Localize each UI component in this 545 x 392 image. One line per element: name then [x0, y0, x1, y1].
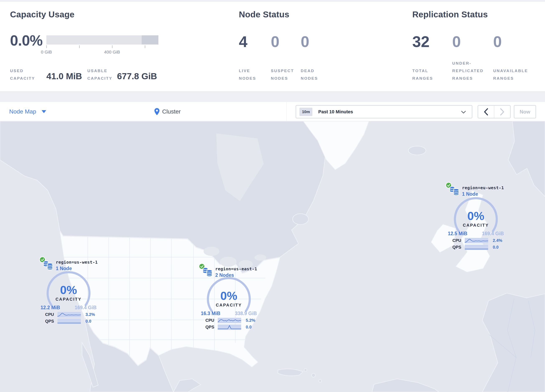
- usable-capacity-label-line2: CAPACITY: [87, 76, 112, 81]
- cpu-label: CPU: [205, 318, 214, 323]
- time-range-arrows: [478, 105, 511, 118]
- gauge-percent: 0%: [39, 283, 98, 297]
- qps-meter-row: QPS 0.0: [446, 245, 505, 250]
- chevron-left-icon: [484, 108, 488, 115]
- qps-meter-row: QPS 0.0: [39, 319, 98, 324]
- map-toolbar: Node Map Cluster 10m Past 10 Minutes Now: [0, 102, 545, 121]
- cpu-sparkline: [57, 312, 81, 317]
- dead-nodes-label: DEAD NODES: [301, 67, 318, 82]
- axis-tick: [145, 45, 145, 48]
- time-window-badge: 10m: [299, 108, 312, 116]
- capacity-arc: [449, 192, 503, 253]
- now-button[interactable]: Now: [514, 105, 536, 118]
- qps-meter-row: QPS 0.0: [199, 324, 258, 330]
- dead-nodes-count: 0: [301, 33, 309, 50]
- region-name: region=us-west-1: [56, 260, 98, 265]
- capacity-usage-title: Capacity Usage: [10, 10, 74, 19]
- region-name: region=us-east-1: [215, 266, 257, 271]
- capacity-usage-percent: 0.0%: [10, 32, 43, 49]
- label-line: REPLICATED: [452, 68, 483, 73]
- cpu-value: 2.4%: [493, 238, 502, 243]
- time-range-dropdown[interactable]: 10m Past 10 Minutes: [296, 105, 472, 118]
- time-window-label: Past 10 Minutes: [318, 109, 353, 115]
- axis-tick: [112, 45, 112, 48]
- time-forward-button[interactable]: [494, 106, 510, 118]
- region-name: region=eu-west-1: [462, 185, 504, 190]
- label-line: DEAD: [301, 68, 315, 73]
- qps-value: 0.0: [86, 319, 91, 324]
- label-line: TOTAL: [412, 68, 428, 73]
- used-capacity-value: 41.0 MiB: [46, 71, 82, 81]
- gauge-capacity-label: CAPACITY: [199, 303, 258, 308]
- qps-value: 0.0: [493, 245, 499, 250]
- live-nodes-count: 4: [239, 33, 248, 50]
- caret-down-icon: [42, 110, 46, 113]
- cluster-summary-panel: Capacity Usage 0.0% 0 GiB 400 GiB USED C…: [0, 1, 545, 92]
- usable-capacity-label: USABLE CAPACITY: [87, 67, 112, 82]
- gauge-used-value: 12.5 MiB: [448, 231, 467, 236]
- region-gauge-eu-west-1[interactable]: 0% CAPACITY 12.5 MiB 169.4 GiB CPU 2.4% …: [446, 192, 505, 255]
- cpu-sparkline: [465, 238, 488, 243]
- gauge-total-value: 338.9 GiB: [235, 311, 257, 316]
- gauge-used-value: 16.3 MiB: [201, 311, 220, 316]
- node-status-title: Node Status: [239, 10, 289, 19]
- label-line: RANGES: [452, 76, 473, 81]
- used-capacity-label: USED CAPACITY: [10, 67, 35, 82]
- gauge-total-value: 169.4 GiB: [482, 231, 504, 236]
- unavailable-ranges-label: UNAVAILABLE RANGES: [493, 67, 528, 82]
- capacity-usage-bar: [46, 35, 158, 44]
- qps-label: QPS: [205, 325, 214, 330]
- region-gauge-us-west-1[interactable]: 0% CAPACITY 12.2 MiB 169.4 GiB CPU 3.2% …: [39, 266, 98, 329]
- cpu-meter-row: CPU 3.2%: [39, 312, 98, 317]
- label-line: RANGES: [412, 76, 433, 81]
- used-capacity-label-line2: CAPACITY: [10, 76, 35, 81]
- gauge-values: 12.5 MiB 169.4 GiB: [446, 231, 505, 236]
- gauge-used-value: 12.2 MiB: [41, 305, 60, 311]
- qps-sparkline: [57, 319, 81, 324]
- axis-tick: [79, 45, 80, 48]
- capacity-usage-axis: 0 GiB 400 GiB: [46, 45, 158, 58]
- location-pin-icon: [154, 108, 160, 115]
- node-map[interactable]: region=us-west-1 1 Node 0% CAPACITY 12.2…: [0, 121, 545, 392]
- gauge-values: 12.2 MiB 169.4 GiB: [39, 305, 98, 311]
- time-back-button[interactable]: [478, 106, 494, 118]
- cpu-label: CPU: [452, 238, 461, 243]
- region-gauge-us-east-1[interactable]: 0% CAPACITY 16.3 MiB 338.9 GiB CPU 5.2% …: [199, 272, 258, 335]
- gauge-percent: 0%: [446, 209, 505, 223]
- view-selector-label: Node Map: [9, 108, 36, 115]
- toolbar-divider: [286, 102, 286, 121]
- axis-tick-label: 0 GiB: [41, 50, 52, 55]
- gauge-percent: 0%: [199, 289, 258, 303]
- label-line: UNDER-: [452, 61, 471, 65]
- suspect-nodes-count: 0: [271, 33, 279, 50]
- chevron-right-icon: [500, 108, 504, 115]
- label-line: NODES: [271, 76, 288, 81]
- under-replicated-count: 0: [452, 33, 461, 50]
- gauge-total-value: 169.4 GiB: [74, 305, 97, 311]
- cpu-meter-row: CPU 2.4%: [446, 238, 505, 243]
- gauge-capacity-label: CAPACITY: [446, 223, 505, 228]
- label-line: UNAVAILABLE: [493, 68, 528, 73]
- usable-capacity-value: 677.8 GiB: [117, 71, 157, 81]
- total-ranges-count: 32: [412, 33, 429, 50]
- label-line: RANGES: [493, 76, 514, 81]
- cpu-meter-row: CPU 5.2%: [199, 318, 258, 323]
- chevron-down-icon: [461, 111, 466, 114]
- capacity-arc: [41, 266, 96, 327]
- cpu-sparkline: [218, 318, 241, 323]
- cpu-label: CPU: [45, 312, 54, 317]
- suspect-nodes-label: SUSPECT NODES: [271, 67, 294, 82]
- capacity-arc: [202, 272, 256, 333]
- usable-capacity-label-line1: USABLE: [87, 68, 107, 73]
- breadcrumb[interactable]: Cluster: [154, 102, 181, 121]
- under-replicated-ranges-label: UNDER- REPLICATED RANGES: [452, 60, 483, 82]
- axis-tick-label: 400 GiB: [104, 50, 120, 55]
- replication-status-title: Replication Status: [412, 10, 488, 19]
- label-line: NODES: [301, 76, 318, 81]
- unavailable-ranges-count: 0: [493, 33, 502, 50]
- capacity-usage-bar-reserved: [142, 35, 158, 44]
- cpu-value: 3.2%: [86, 312, 95, 317]
- label-line: NODES: [239, 76, 256, 81]
- qps-label: QPS: [452, 245, 461, 250]
- view-selector-dropdown[interactable]: Node Map: [9, 102, 46, 121]
